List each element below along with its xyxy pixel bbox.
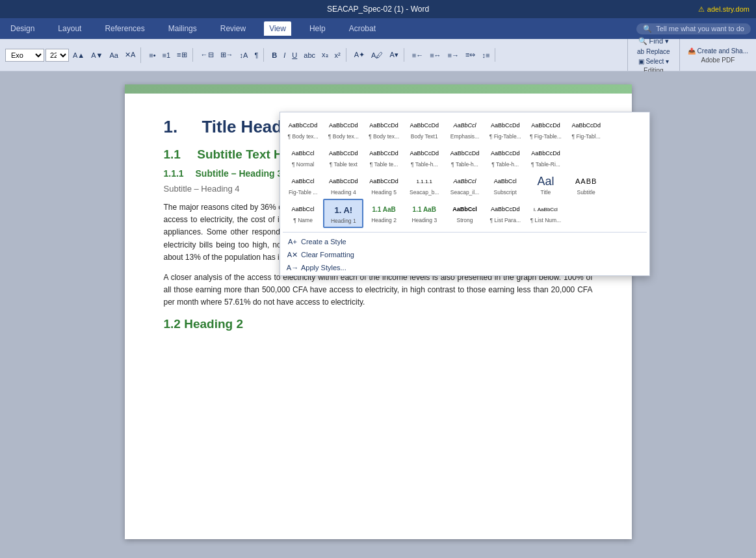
style-table-text[interactable]: AaBbCcDd ¶ Table text xyxy=(323,143,363,171)
gallery-menu: A+ Create a Style A✕ Clear Formatting A→… xyxy=(280,234,649,275)
create-style-icon: A+ xyxy=(288,237,297,246)
style-fig-table-main[interactable]: AaBbCcl Fig-Table ... xyxy=(283,171,323,199)
style-normal[interactable]: AaBbCcl ¶ Normal xyxy=(283,143,323,171)
style-heading3[interactable]: 1.1 AaB Heading 3 xyxy=(404,199,445,228)
style-gallery-dropdown: AaBbCcDd ¶ Body tex... AaBbCcDd ¶ Body t… xyxy=(280,112,650,276)
style-subscript[interactable]: AaBbCcl Subscript xyxy=(485,171,525,199)
ribbon-search-text: Tell me what you want to do xyxy=(656,25,744,32)
style-seacap-il[interactable]: AaBbCcl Seacap_il... xyxy=(445,171,485,199)
style-name[interactable]: AaBbCcl ¶ Name xyxy=(283,199,323,228)
style-empty-6[interactable] xyxy=(606,199,647,228)
replace-btn[interactable]: ab Replace xyxy=(634,47,673,57)
align-right-btn[interactable]: ≡→ xyxy=(445,50,462,60)
style-empty-4[interactable] xyxy=(606,171,647,199)
title-bar-warning: ⚠ adel.stry.dom xyxy=(698,5,749,14)
font-case-btn[interactable]: Aa xyxy=(107,50,120,60)
subscript-btn[interactable]: x₂ xyxy=(319,49,331,60)
font-grow-btn[interactable]: A▲ xyxy=(70,50,87,60)
heading2-2-text: Heading 2 xyxy=(184,317,243,331)
tab-review[interactable]: Review xyxy=(215,21,251,36)
font-group: Exo 22 A▲ A▼ Aa ✕A xyxy=(3,47,141,63)
style-empty-2[interactable] xyxy=(566,143,606,171)
indent-increase-btn[interactable]: ⊞→ xyxy=(218,49,236,60)
warning-icon: ⚠ xyxy=(698,5,705,14)
find-btn[interactable]: 🔍 Find ▾ xyxy=(636,36,672,47)
tab-acrobat[interactable]: Acrobat xyxy=(344,21,381,36)
strikethrough-btn[interactable]: abc xyxy=(301,50,318,60)
ribbon-search[interactable]: 🔍 Tell me what you want to do xyxy=(636,23,751,34)
heading2-2[interactable]: 1.2 Heading 2 xyxy=(164,317,593,331)
style-seacap-b[interactable]: 1.1.1.1 Seacap_b... xyxy=(404,171,445,199)
bold-btn[interactable]: B xyxy=(269,50,280,60)
style-table-te[interactable]: AaBbCcDd ¶ Table te... xyxy=(363,143,404,171)
number-list-btn[interactable]: ≡1 xyxy=(160,50,174,60)
apply-styles-item[interactable]: A→ Apply Styles... xyxy=(285,261,644,274)
heading3-1-number: 1.1.1 xyxy=(164,168,184,179)
heading1-number: 1. xyxy=(164,117,178,136)
adobe-pdf-label: Adobe PDF xyxy=(701,57,735,64)
style-table-ri[interactable]: AaBbCcDd ¶ Table-Ri... xyxy=(525,143,566,171)
tab-design[interactable]: Design xyxy=(5,21,40,36)
create-share-btn[interactable]: 📤 Create and Sha... xyxy=(685,46,751,56)
heading3-1-text: Subtitle – Heading 3 xyxy=(196,168,283,179)
style-body-text-2[interactable]: AaBbCcDd ¶ Body tex... xyxy=(323,115,363,143)
clear-formatting-item[interactable]: A✕ Clear Formatting xyxy=(285,248,644,261)
font-color-btn[interactable]: A▾ xyxy=(387,49,400,60)
pilcrow-btn[interactable]: ¶ xyxy=(252,50,261,60)
style-body-text1[interactable]: AaBbCcDd Body Text1 xyxy=(404,115,445,143)
superscript-btn[interactable]: x² xyxy=(332,50,343,60)
style-table-h3[interactable]: AaBbCcDd ¶ Table-h... xyxy=(485,143,525,171)
style-heading4[interactable]: AaBbCcDd Heading 4 xyxy=(323,171,363,199)
style-subtitle[interactable]: AABB Subtitle xyxy=(566,171,606,199)
text-effect-group: A✦ A🖊 A▾ xyxy=(349,48,404,62)
style-fig-tabl-3[interactable]: AaBbCcDd ¶ Fig-Tabl... xyxy=(566,115,606,143)
style-list-num[interactable]: i. AaBbCcl ¶ List Num... xyxy=(525,199,566,228)
style-heading5[interactable]: AaBbCcDd Heading 5 xyxy=(363,171,404,199)
underline-btn[interactable]: U xyxy=(289,50,300,60)
indent-decrease-btn[interactable]: ←⊟ xyxy=(198,49,216,60)
toolbar: Exo 22 A▲ A▼ Aa ✕A ≡• ≡1 ≡⊞ ←⊟ ⊞→ ↕A ¶ B… xyxy=(0,39,756,71)
outline-list-btn[interactable]: ≡⊞ xyxy=(174,49,189,60)
align-left-btn[interactable]: ≡← xyxy=(410,50,426,60)
tab-view[interactable]: View xyxy=(264,21,291,36)
gallery-divider xyxy=(283,232,647,233)
tab-mailings[interactable]: Mailings xyxy=(163,21,202,36)
style-gallery-grid: AaBbCcDd ¶ Body tex... AaBbCcDd ¶ Body t… xyxy=(280,112,649,231)
style-heading1[interactable]: 1. A! Heading 1 xyxy=(323,199,363,228)
style-empty-5[interactable] xyxy=(566,199,606,228)
style-fig-table-2[interactable]: AaBbCcDd ¶ Fig-Table... xyxy=(525,115,566,143)
style-body-text-3[interactable]: AaBbCcDd ¶ Body tex... xyxy=(363,115,404,143)
body-paragraph-2[interactable]: A closer analysis of the access to elect… xyxy=(164,272,593,309)
style-strong[interactable]: AaBbCcl Strong xyxy=(445,199,485,228)
style-body-text-1[interactable]: AaBbCcDd ¶ Body tex... xyxy=(283,115,323,143)
style-emphasis[interactable]: AaBbCcl Emphasis... xyxy=(445,115,485,143)
tab-layout[interactable]: Layout xyxy=(53,21,86,36)
style-list-para[interactable]: AaBbCcDd ¶ List Para... xyxy=(485,199,525,228)
text-effect-btn[interactable]: A✦ xyxy=(352,49,367,60)
font-shrink-btn[interactable]: A▼ xyxy=(88,50,105,60)
title-bar-text: SEACAP_Spec-02 (1) - Word xyxy=(327,5,429,14)
tab-references[interactable]: References xyxy=(99,21,150,36)
style-empty-3[interactable] xyxy=(606,143,647,171)
tab-help[interactable]: Help xyxy=(304,21,331,36)
bullet-list-btn[interactable]: ≡• xyxy=(146,50,158,60)
italic-btn[interactable]: I xyxy=(281,50,288,60)
clear-formatting-label: Clear Formatting xyxy=(301,251,354,259)
align-justify-btn[interactable]: ≡⇔ xyxy=(463,49,478,60)
font-name-selector[interactable]: Exo xyxy=(5,49,44,62)
style-heading2[interactable]: 1.1 AaB Heading 2 xyxy=(363,199,404,228)
document-area: AaBbCcDd ¶ Body tex... AaBbCcDd ¶ Body t… xyxy=(0,71,756,558)
line-spacing-btn[interactable]: ↕≡ xyxy=(479,50,492,60)
style-table-h1[interactable]: AaBbCcDd ¶ Table-h... xyxy=(404,143,445,171)
style-title[interactable]: Aal Title xyxy=(525,171,566,199)
clear-format-btn[interactable]: ✕A xyxy=(122,49,138,60)
style-table-h2[interactable]: AaBbCcDd ¶ Table-h... xyxy=(445,143,485,171)
style-empty-1[interactable] xyxy=(606,115,647,143)
create-style-item[interactable]: A+ Create a Style xyxy=(285,235,644,248)
style-fig-table-1[interactable]: AaBbCcDd ¶ Fig-Table... xyxy=(485,115,525,143)
select-btn[interactable]: ▣ Select ▾ xyxy=(636,57,671,66)
align-center-btn[interactable]: ≡↔ xyxy=(427,50,443,60)
highlight-btn[interactable]: A🖊 xyxy=(369,50,385,60)
sort-btn[interactable]: ↕A xyxy=(237,50,251,60)
font-size-selector[interactable]: 22 xyxy=(46,49,69,62)
